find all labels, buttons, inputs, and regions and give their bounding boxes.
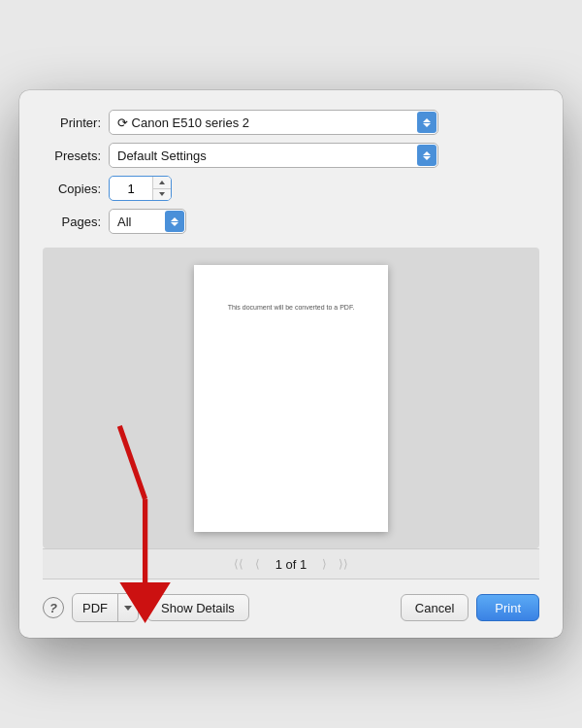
preview-area: This document will be converted to a PDF…	[43, 248, 539, 548]
page-preview: This document will be converted to a PDF…	[194, 265, 388, 532]
copies-increment-button[interactable]	[153, 177, 171, 188]
copies-label: Copies:	[43, 182, 101, 196]
first-page-button[interactable]: ⟨⟨	[230, 555, 247, 573]
printer-row: Printer: ⟳ Canon E510 series 2	[43, 110, 539, 135]
pages-select[interactable]: All Current Page From:	[109, 209, 186, 234]
printer-select[interactable]: ⟳ Canon E510 series 2	[109, 110, 438, 135]
pages-label: Pages:	[43, 215, 101, 229]
copies-stepper	[152, 177, 171, 200]
pagination-bar: ⟨⟨ ⟨ 1 of 1 ⟩ ⟩⟩	[43, 548, 539, 579]
copies-row: Copies:	[43, 176, 539, 201]
prev-page-icon: ⟨	[255, 557, 260, 571]
question-mark-icon: ?	[49, 601, 57, 615]
next-page-button[interactable]: ⟩	[318, 555, 331, 573]
last-page-button[interactable]: ⟩⟩	[335, 555, 352, 573]
presets-row: Presets: Default Settings	[43, 143, 539, 168]
cancel-button[interactable]: Cancel	[401, 594, 469, 621]
show-details-button[interactable]: Show Details	[146, 594, 249, 621]
arrow-up-icon	[159, 181, 165, 184]
pdf-button[interactable]: PDF	[73, 594, 118, 621]
pdf-dropdown-button[interactable]	[118, 594, 138, 621]
presets-select[interactable]: Default Settings	[109, 143, 438, 168]
last-page-icon: ⟩⟩	[339, 557, 348, 571]
bottom-bar: ? PDF Show Details Cancel Print	[43, 579, 539, 622]
printer-select-wrapper: ⟳ Canon E510 series 2	[109, 110, 438, 135]
print-button[interactable]: Print	[476, 594, 539, 621]
first-page-icon: ⟨⟨	[234, 557, 243, 571]
form-rows: Printer: ⟳ Canon E510 series 2 Presets:	[43, 110, 539, 234]
copies-input[interactable]	[110, 177, 152, 200]
presets-label: Presets:	[43, 149, 101, 163]
pages-row: Pages: All Current Page From:	[43, 209, 539, 234]
presets-select-wrapper: Default Settings	[109, 143, 438, 168]
preview-text: This document will be converted to a PDF…	[228, 304, 355, 311]
print-dialog: Printer: ⟳ Canon E510 series 2 Presets:	[19, 90, 563, 638]
pdf-button-group: PDF	[72, 593, 139, 622]
pages-select-wrapper: All Current Page From:	[109, 209, 186, 234]
help-button[interactable]: ?	[43, 597, 64, 618]
arrow-down-icon	[159, 192, 165, 196]
pagination-text: 1 of 1	[268, 557, 315, 572]
next-page-icon: ⟩	[322, 557, 327, 571]
prev-page-button[interactable]: ⟨	[251, 555, 264, 573]
copies-input-group	[109, 176, 172, 201]
dropdown-arrow-icon	[124, 606, 132, 611]
copies-decrement-button[interactable]	[153, 189, 171, 201]
printer-label: Printer:	[43, 116, 101, 130]
